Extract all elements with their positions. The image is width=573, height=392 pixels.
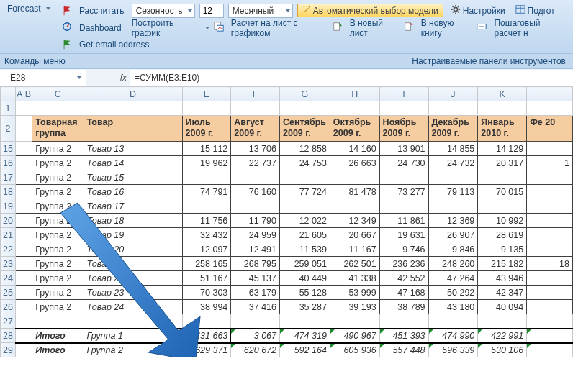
seasonality-select[interactable]: Сезонность	[132, 4, 195, 18]
row-header[interactable]: 25	[1, 286, 16, 300]
cell[interactable]: 9 846	[428, 242, 478, 257]
cell[interactable]: 38 994	[182, 300, 231, 314]
cell[interactable]: 39 193	[330, 300, 379, 314]
cell[interactable]: Группа 2	[32, 257, 84, 271]
cell[interactable]: 79 113	[428, 185, 478, 199]
forecast-dropdown[interactable]: Forecast	[4, 3, 62, 14]
cell[interactable]: 9 746	[379, 242, 428, 257]
cell[interactable]: 45 137	[231, 271, 280, 286]
cell[interactable]: 41 338	[330, 271, 379, 286]
cell[interactable]: 258 165	[182, 257, 231, 271]
cell[interactable]	[15, 116, 24, 142]
cell[interactable]	[478, 101, 527, 116]
cell[interactable]: 11 790	[231, 214, 280, 228]
cell[interactable]: Товар 18	[84, 214, 182, 228]
cell[interactable]: Группа 2	[32, 286, 84, 300]
cell[interactable]: 20 317	[478, 156, 527, 170]
cell[interactable]	[231, 314, 280, 329]
dashboard-button[interactable]: Dashboard	[76, 22, 125, 34]
cell[interactable]: 28 619	[478, 228, 527, 242]
cell[interactable]: 37 416	[231, 300, 280, 314]
cell[interactable]	[32, 314, 84, 329]
cell[interactable]: Товар 16	[84, 185, 182, 199]
cell[interactable]	[428, 101, 478, 116]
cell[interactable]: 73 277	[379, 185, 428, 199]
cell[interactable]: 24 959	[231, 228, 280, 242]
cell[interactable]: 605 936	[330, 343, 379, 357]
seasonality-value-input[interactable]	[199, 4, 224, 18]
column-header[interactable]: H	[330, 87, 379, 101]
active-cell[interactable]: 431 663!	[182, 329, 231, 343]
row-header[interactable]: 2	[1, 116, 16, 142]
cell[interactable]: 51 167	[182, 271, 231, 286]
header-cell[interactable]: Декабрь 2009 г.	[428, 116, 478, 142]
settings-button[interactable]: Настройки	[448, 4, 508, 17]
header-cell[interactable]: Ноябрь 2009 г.	[379, 116, 428, 142]
cell[interactable]	[379, 101, 428, 116]
cell[interactable]: 620 672	[231, 343, 280, 357]
cell[interactable]: Товар 20	[84, 242, 182, 257]
cell[interactable]: Группа 2	[32, 242, 84, 257]
header-cell[interactable]: Сентябрь 2009 г.	[280, 116, 330, 142]
cell[interactable]: 530 106	[478, 343, 527, 357]
cell[interactable]: 15 112	[182, 142, 231, 156]
column-header[interactable]: E	[182, 87, 231, 101]
cell[interactable]: 40 449	[280, 271, 330, 286]
cell[interactable]	[280, 314, 330, 329]
name-box[interactable]: E28	[0, 70, 86, 86]
row-header[interactable]: 22	[1, 242, 16, 257]
cell[interactable]: 74 791	[182, 185, 231, 199]
cell[interactable]	[428, 314, 478, 329]
stepwise-button[interactable]: Пошаговый расчет н	[491, 17, 569, 39]
cell[interactable]	[527, 214, 573, 228]
cell[interactable]	[24, 170, 32, 185]
cell[interactable]	[527, 228, 573, 242]
build-chart-button[interactable]: Построить график	[129, 17, 198, 39]
cell[interactable]	[24, 300, 32, 314]
column-header[interactable]: D	[84, 87, 182, 101]
custom-toolbars-link[interactable]: Настраиваемые панели инструментов	[412, 56, 566, 66]
cell[interactable]: 262 501	[330, 257, 379, 271]
cell[interactable]: 50 292	[428, 286, 478, 300]
formula-input[interactable]: =СУММ(E3:E10)	[130, 70, 573, 86]
cell[interactable]	[15, 185, 24, 199]
cell[interactable]: 9 135	[478, 242, 527, 257]
cell[interactable]	[15, 101, 24, 116]
cell[interactable]: 14 855	[428, 142, 478, 156]
cell[interactable]: Группа 2	[32, 185, 84, 199]
row-header[interactable]: 21	[1, 228, 16, 242]
cell[interactable]	[15, 271, 24, 286]
column-header[interactable]: B	[24, 87, 32, 101]
cell[interactable]: Итого	[32, 343, 84, 357]
cell[interactable]: 22 737	[231, 156, 280, 170]
cell[interactable]	[379, 314, 428, 329]
cell[interactable]: 14 160	[330, 142, 379, 156]
email-button[interactable]: Get email address	[76, 39, 152, 50]
cell[interactable]	[330, 170, 379, 185]
column-headers[interactable]: ABCDEFGHIJK	[1, 87, 573, 101]
column-header[interactable]	[1, 87, 16, 101]
cell[interactable]: 259 051	[280, 257, 330, 271]
cell[interactable]: 474 990	[428, 329, 478, 343]
cell[interactable]: 42 552	[379, 271, 428, 286]
cell[interactable]	[15, 156, 24, 170]
cell[interactable]	[478, 170, 527, 185]
cell[interactable]	[428, 199, 478, 214]
cell[interactable]: 77 724	[280, 185, 330, 199]
row-header[interactable]: 28	[1, 329, 16, 343]
cell[interactable]: 70 015	[478, 185, 527, 199]
cell[interactable]	[24, 116, 32, 142]
cell[interactable]: 629 371	[182, 343, 231, 357]
cell[interactable]: 474 319	[280, 329, 330, 343]
row-header[interactable]: 1	[1, 101, 16, 116]
header-cell[interactable]: Октябрь 2009 г.	[330, 116, 379, 142]
cell[interactable]: 248 260	[428, 257, 478, 271]
cell[interactable]: 19 631	[379, 228, 428, 242]
header-cell[interactable]: Январь 2010 г.	[478, 116, 527, 142]
cell[interactable]: 12 022	[280, 214, 330, 228]
cell[interactable]: Группа 2	[32, 199, 84, 214]
cell[interactable]	[330, 101, 379, 116]
cell[interactable]	[24, 142, 32, 156]
cell[interactable]: 490 967	[330, 329, 379, 343]
commands-menu-link[interactable]: Команды меню	[4, 56, 66, 66]
